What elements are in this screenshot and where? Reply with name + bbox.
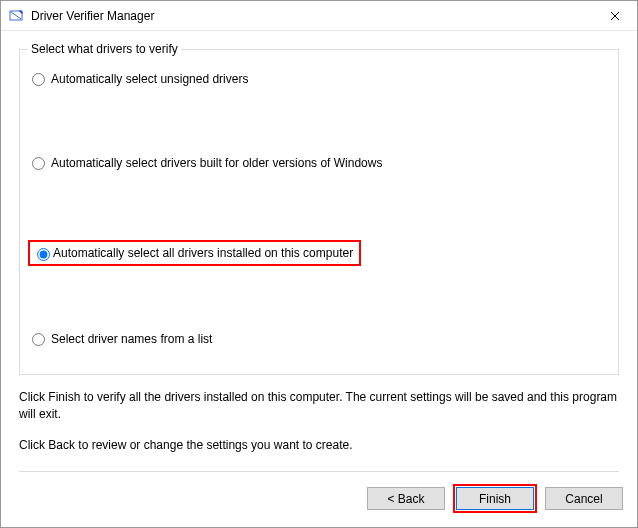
- finish-highlight: Finish: [453, 484, 537, 513]
- cancel-button[interactable]: Cancel: [545, 487, 623, 510]
- radio-list-label: Select driver names from a list: [51, 332, 212, 346]
- radio-all-input[interactable]: [37, 248, 50, 261]
- button-row: < Back Finish Cancel: [1, 472, 637, 525]
- radio-unsigned-input[interactable]: [32, 73, 45, 86]
- radio-all-label: Automatically select all drivers install…: [53, 246, 353, 260]
- close-icon: [610, 11, 620, 21]
- radio-option-all-drivers[interactable]: Automatically select all drivers install…: [28, 240, 361, 266]
- radio-older-input[interactable]: [32, 157, 45, 170]
- instruction-line-2: Click Back to review or change the setti…: [19, 437, 619, 454]
- radio-option-older-windows[interactable]: Automatically select drivers built for o…: [30, 156, 608, 170]
- content-area: Select what drivers to verify Automatica…: [1, 31, 637, 472]
- group-legend: Select what drivers to verify: [28, 42, 181, 56]
- radio-option-from-list[interactable]: Select driver names from a list: [30, 332, 608, 346]
- finish-button[interactable]: Finish: [456, 487, 534, 510]
- radio-list-input[interactable]: [32, 333, 45, 346]
- close-button[interactable]: [592, 1, 637, 31]
- titlebar: Driver Verifier Manager: [1, 1, 637, 31]
- instruction-text: Click Finish to verify all the drivers i…: [19, 389, 619, 453]
- window-title: Driver Verifier Manager: [31, 9, 592, 23]
- radio-older-label: Automatically select drivers built for o…: [51, 156, 382, 170]
- driver-select-group: Select what drivers to verify Automatica…: [19, 49, 619, 375]
- instruction-line-1: Click Finish to verify all the drivers i…: [19, 389, 619, 423]
- app-icon: [9, 8, 25, 24]
- back-button[interactable]: < Back: [367, 487, 445, 510]
- radio-option-unsigned[interactable]: Automatically select unsigned drivers: [30, 72, 608, 86]
- radio-unsigned-label: Automatically select unsigned drivers: [51, 72, 248, 86]
